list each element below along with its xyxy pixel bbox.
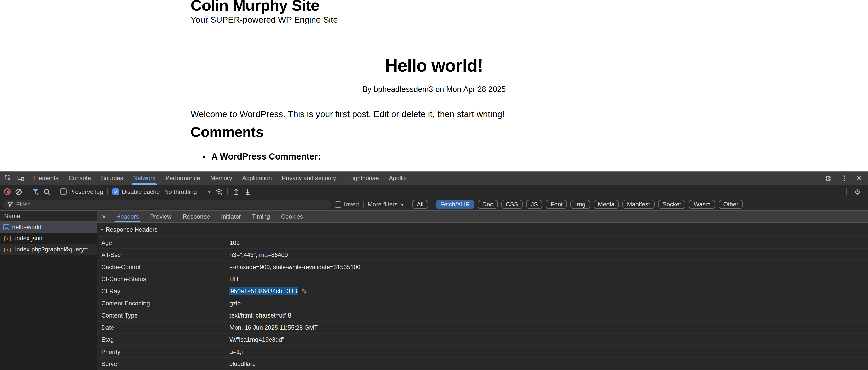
invert-checkbox[interactable]: Invert	[335, 201, 359, 208]
network-filter-bar: Invert More filters ▾ All Fetch/XHR Doc …	[0, 198, 868, 211]
divider	[228, 188, 228, 195]
divider	[55, 188, 56, 195]
header-value: h3=":443"; ma=86400	[229, 251, 288, 258]
tab-elements[interactable]: Elements	[28, 172, 64, 185]
request-list: Name hello-world {:} index.json {:} inde…	[0, 211, 97, 370]
network-main: Name hello-world {:} index.json {:} inde…	[0, 211, 868, 370]
chip-css[interactable]: CSS	[501, 200, 523, 209]
request-name: index.json	[15, 235, 42, 242]
selected-header-value: 950a1e51f86434cb-DUB	[229, 287, 298, 295]
chip-all[interactable]: All	[412, 200, 428, 209]
invert-label: Invert	[344, 201, 359, 208]
chip-other[interactable]: Other	[719, 200, 743, 209]
header-value: cloudflare	[229, 360, 256, 367]
chip-doc[interactable]: Doc	[478, 200, 498, 209]
header-name: Server	[101, 360, 229, 367]
header-value: Mon, 16 Jun 2025 11:55:28 GMT	[229, 324, 318, 331]
header-value: 101	[229, 239, 240, 246]
post-body-text: Welcome to WordPress. This is your first…	[191, 109, 505, 120]
details-tab-cookies[interactable]: Cookies	[275, 211, 308, 222]
chip-wasm[interactable]: Wasm	[689, 200, 715, 209]
details-tabbar: × Headers Preview Response Initiator Tim…	[97, 211, 868, 223]
site-tagline: Your SUPER-powered WP Engine Site	[191, 15, 338, 25]
checkbox-unchecked-icon	[60, 188, 67, 195]
chip-fetch-xhr[interactable]: Fetch/XHR	[435, 200, 474, 209]
section-title: Response Headers	[106, 226, 157, 233]
tab-sources[interactable]: Sources	[96, 172, 128, 185]
details-tab-response[interactable]: Response	[177, 211, 215, 222]
post-title: Hello world!	[0, 56, 868, 76]
response-headers-list: Age101 Alt-Svch3=":443"; ma=86400 Cache-…	[97, 237, 868, 370]
more-options-menu-icon[interactable]: ⋮	[836, 174, 852, 182]
chip-socket[interactable]: Socket	[658, 200, 685, 209]
tab-performance[interactable]: Performance	[160, 172, 205, 185]
details-tab-initiator[interactable]: Initiator	[216, 211, 247, 222]
filter-input[interactable]	[3, 200, 331, 209]
webpage-viewport: Colin Murphy Site Your SUPER-powered WP …	[0, 0, 868, 171]
tab-memory[interactable]: Memory	[205, 172, 237, 185]
request-row-hello-world[interactable]: hello-world	[0, 222, 97, 233]
filter-funnel-icon	[7, 201, 13, 207]
clear-network-log-icon[interactable]	[15, 188, 22, 195]
comments-list: A WordPress Commenter:	[201, 151, 321, 162]
tab-network[interactable]: Network	[128, 172, 160, 185]
request-name: hello-world	[12, 224, 41, 231]
tab-lighthouse[interactable]: Lighthouse	[344, 172, 384, 185]
close-details-icon[interactable]: ×	[97, 212, 111, 221]
tab-apollo[interactable]: Apollo	[384, 172, 411, 185]
disable-cache-label: Disable cache	[122, 188, 160, 195]
filter-toggle-icon[interactable]	[32, 188, 39, 195]
close-devtools-icon[interactable]: ×	[852, 174, 866, 183]
settings-gear-icon[interactable]: ⚙	[820, 174, 836, 182]
header-row: Content-Encodinggzip	[97, 297, 868, 309]
response-headers-section-toggle[interactable]: ▾ Response Headers	[97, 223, 868, 237]
tab-console[interactable]: Console	[64, 172, 96, 185]
request-list-column-header[interactable]: Name	[0, 211, 97, 222]
details-tab-preview[interactable]: Preview	[145, 211, 177, 222]
import-har-icon[interactable]	[233, 188, 240, 195]
request-name: index.php?graphql&query=q…	[15, 246, 97, 253]
header-value: s-maxage=900, stale-while-revalidate=315…	[229, 263, 360, 270]
disable-cache-checkbox[interactable]: ✓ Disable cache	[113, 188, 160, 195]
export-har-icon[interactable]	[244, 188, 251, 195]
json-icon: {:}	[3, 235, 12, 241]
checkbox-unchecked-icon	[335, 201, 341, 208]
header-row: Priorityu=1,i	[97, 346, 868, 358]
more-filters-dropdown[interactable]: More filters ▾	[368, 201, 404, 208]
header-row: Servercloudflare	[97, 358, 868, 370]
network-conditions-icon[interactable]	[215, 188, 223, 195]
chip-img[interactable]: Img	[571, 200, 590, 209]
header-value: HIT	[229, 275, 239, 282]
record-network-log-button[interactable]	[4, 188, 10, 195]
site-title: Colin Murphy Site	[191, 0, 319, 15]
preserve-log-checkbox[interactable]: Preserve log	[60, 188, 103, 195]
header-row: Cf-Cache-StatusHIT	[97, 273, 868, 285]
header-name: Date	[101, 324, 229, 331]
details-tab-timing[interactable]: Timing	[246, 211, 275, 222]
chip-js[interactable]: JS	[526, 200, 542, 209]
edit-pencil-icon[interactable]: ✎	[301, 287, 307, 295]
screen: Colin Murphy Site Your SUPER-powered WP …	[0, 0, 868, 370]
network-settings-gear-icon[interactable]: ⚙	[851, 188, 864, 195]
header-row-cf-ray: Cf-Ray 950a1e51f86434cb-DUB ✎	[97, 285, 868, 297]
divider	[27, 188, 27, 195]
divider	[363, 201, 364, 208]
header-row: EtagW/"isa1mq419e3dd"	[97, 334, 868, 346]
chip-media[interactable]: Media	[593, 200, 619, 209]
request-row-index-json[interactable]: {:} index.json	[0, 233, 97, 244]
inspect-element-icon[interactable]	[2, 175, 14, 182]
throttling-dropdown[interactable]: No throttling ▾	[164, 188, 211, 195]
chip-manifest[interactable]: Manifest	[622, 200, 654, 209]
chevron-down-icon: ▾	[208, 189, 211, 194]
search-icon[interactable]	[43, 188, 51, 195]
chip-font[interactable]: Font	[546, 200, 567, 209]
header-name: Etag	[101, 336, 229, 343]
tab-privacy-and-security[interactable]: Privacy and security	[277, 172, 341, 185]
tab-application[interactable]: Application	[237, 172, 277, 185]
header-name: Content-Encoding	[101, 300, 229, 307]
details-tab-headers[interactable]: Headers	[111, 211, 145, 222]
device-toolbar-icon[interactable]	[14, 175, 28, 182]
header-row: Age101	[97, 237, 868, 249]
request-row-index-php-graphql[interactable]: {:} index.php?graphql&query=q…	[0, 244, 97, 255]
divider	[408, 201, 408, 208]
